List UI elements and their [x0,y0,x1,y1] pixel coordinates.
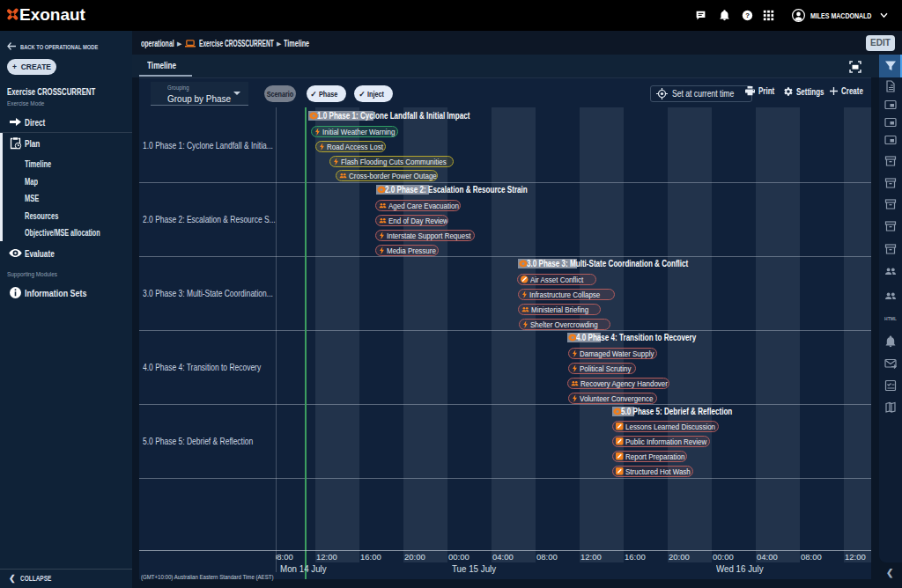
svg-text:?: ? [745,11,750,19]
svg-text:HTML: HTML [884,316,897,321]
